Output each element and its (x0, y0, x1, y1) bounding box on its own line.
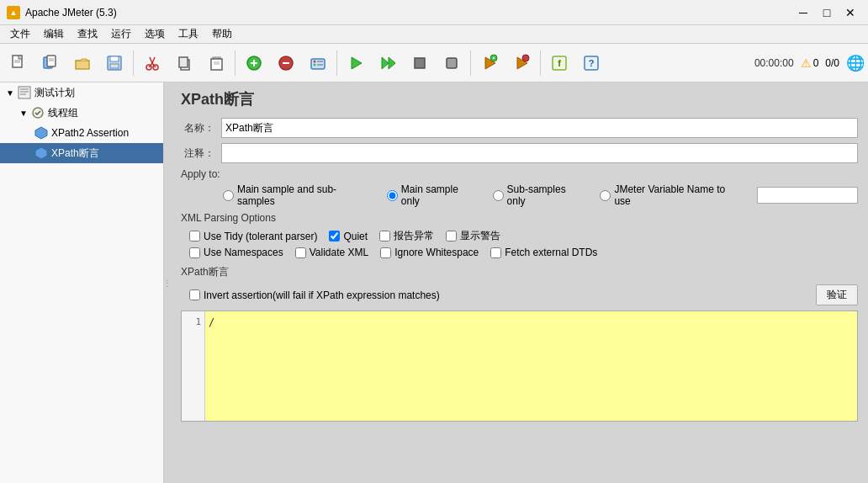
help-button[interactable]: ? (576, 48, 606, 78)
svg-line-15 (152, 57, 155, 63)
maximize-button[interactable]: □ (816, 4, 838, 21)
separator-1 (133, 50, 134, 76)
cb-ignore-whitespace[interactable]: Ignore Whitespace (380, 247, 479, 258)
cb-validate-xml[interactable]: Validate XML (295, 247, 368, 258)
xml-checkbox-row-1: Use Tidy (tolerant parser) Quiet 报告异常 显示… (189, 229, 858, 243)
copy-button[interactable] (169, 48, 199, 78)
radio-main-sub[interactable]: Main sample and sub-samples (223, 183, 373, 207)
xpath-panel: XPath断言 名称： 注释： Apply to: Main sample an… (171, 82, 868, 428)
cb-use-tidy-label: Use Tidy (tolerant parser) (204, 231, 317, 242)
comment-input[interactable] (221, 143, 858, 163)
jmeter-var-input[interactable] (757, 187, 858, 204)
xml-checkbox-row-2: Use Namespaces Validate XML Ignore White… (189, 247, 858, 258)
cb-use-tidy[interactable]: Use Tidy (tolerant parser) (189, 231, 317, 242)
add-button[interactable] (239, 48, 269, 78)
cb-use-namespaces-label: Use Namespaces (204, 247, 283, 258)
remote-stop-button[interactable] (506, 48, 537, 78)
timer-display: 00:00:00 (754, 57, 794, 69)
tree-toggle-thread-group[interactable]: ▼ (17, 106, 30, 119)
menu-help[interactable]: 帮助 (205, 25, 239, 44)
cb-invert[interactable]: Invert assertion(will fail if XPath expr… (189, 289, 440, 301)
warning-icon: ⚠ (801, 56, 812, 70)
toolbar-right: 00:00:00 ⚠ 0 0/0 🌐 (754, 54, 865, 72)
name-input[interactable] (221, 118, 858, 138)
menu-run[interactable]: 运行 (104, 25, 138, 44)
result-count: 0/0 (825, 57, 839, 69)
cb-report-error[interactable]: 报告异常 (379, 229, 434, 243)
svg-point-29 (314, 63, 316, 66)
cb-fetch-dtds-label: Fetch external DTDs (505, 247, 597, 258)
apply-to-label: Apply to: (181, 168, 858, 180)
menu-file[interactable]: 文件 (3, 25, 37, 44)
cb-validate-xml-label: Validate XML (310, 247, 368, 258)
xpath2-icon (34, 125, 49, 141)
line-number-1: 1 (185, 315, 201, 330)
radio-main-only[interactable]: Main sample only (387, 183, 479, 207)
cb-report-error-label: 报告异常 (394, 229, 434, 243)
remote-start-button[interactable] (474, 48, 505, 78)
test-plan-label: 测试计划 (34, 86, 75, 100)
open-button[interactable] (67, 48, 98, 78)
menu-options[interactable]: 选项 (138, 25, 172, 44)
close-button[interactable]: ✕ (839, 4, 861, 21)
xpath-assertion-title: XPath断言 (181, 265, 858, 279)
line-numbers: 1 (182, 311, 205, 421)
svg-text:f: f (558, 58, 561, 68)
svg-rect-47 (19, 87, 30, 98)
radio-jmeter-var[interactable]: JMeter Variable Name to use (600, 183, 744, 207)
remove-button[interactable] (271, 48, 301, 78)
cb-fetch-dtds[interactable]: Fetch external DTDs (490, 247, 597, 258)
svg-marker-34 (389, 57, 395, 69)
stop-button[interactable] (405, 48, 435, 78)
radio-sub-only[interactable]: Sub-samples only (493, 183, 587, 207)
cut-button[interactable] (137, 48, 167, 78)
start-button[interactable] (341, 48, 371, 78)
templates-button[interactable] (35, 48, 66, 78)
menu-find[interactable]: 查找 (71, 25, 104, 44)
separator-2 (235, 50, 236, 76)
sidebar-item-test-plan[interactable]: ▼ 测试计划 (0, 82, 163, 103)
cb-use-namespaces[interactable]: Use Namespaces (189, 247, 283, 258)
sidebar-item-xpath[interactable]: XPath断言 (0, 143, 163, 163)
minimize-button[interactable]: ─ (792, 4, 814, 21)
separator-3 (336, 50, 337, 76)
cb-show-warn-label: 显示警告 (460, 229, 500, 243)
svg-point-42 (522, 55, 529, 61)
shutdown-button[interactable] (437, 48, 467, 78)
cb-quiet[interactable]: Quiet (329, 231, 368, 242)
global-icon[interactable]: 🌐 (846, 54, 865, 72)
title-bar: ▲ Apache JMeter (5.3) ─ □ ✕ (0, 0, 868, 25)
radio-jmeter-var-label: JMeter Variable Name to use (614, 183, 744, 207)
paste-button[interactable] (201, 48, 231, 78)
code-editor: 1 / (181, 310, 858, 422)
function-helper-button[interactable]: f (544, 48, 574, 78)
separator-5 (540, 50, 541, 76)
content-area: XPath断言 名称： 注释： Apply to: Main sample an… (171, 82, 868, 483)
resize-handle[interactable]: ⋮ (164, 82, 171, 483)
sidebar-item-xpath2[interactable]: XPath2 Assertion (0, 123, 163, 143)
sidebar-item-thread-group[interactable]: ▼ 线程组 (0, 103, 163, 123)
test-plan-icon (17, 85, 32, 100)
show-vars-button[interactable] (303, 48, 333, 78)
save-button[interactable] (99, 48, 130, 78)
cb-invert-label: Invert assertion(will fail if XPath expr… (204, 289, 440, 301)
name-label: 名称： (181, 121, 214, 135)
xpath2-label: XPath2 Assertion (51, 127, 129, 139)
radio-main-only-label: Main sample only (401, 183, 479, 207)
xpath-icon (34, 146, 49, 161)
start-no-pause-button[interactable] (373, 48, 403, 78)
menu-tools[interactable]: 工具 (172, 25, 205, 44)
warning-count: 0 (813, 57, 819, 69)
new-button[interactable] (3, 48, 34, 78)
validate-button[interactable]: 验证 (816, 284, 858, 305)
svg-point-28 (314, 60, 316, 62)
toolbar: f ? 00:00:00 ⚠ 0 0/0 🌐 (0, 44, 868, 82)
comment-row: 注释： (181, 143, 858, 163)
app-title: Apache JMeter (5.3) (25, 7, 117, 19)
tree-toggle-test-plan[interactable]: ▼ (3, 86, 17, 99)
menu-edit[interactable]: 编辑 (37, 25, 71, 44)
code-input[interactable]: / (205, 311, 857, 421)
comment-label: 注释： (181, 146, 214, 161)
cb-show-warn[interactable]: 显示警告 (446, 229, 500, 243)
svg-rect-35 (415, 58, 425, 68)
